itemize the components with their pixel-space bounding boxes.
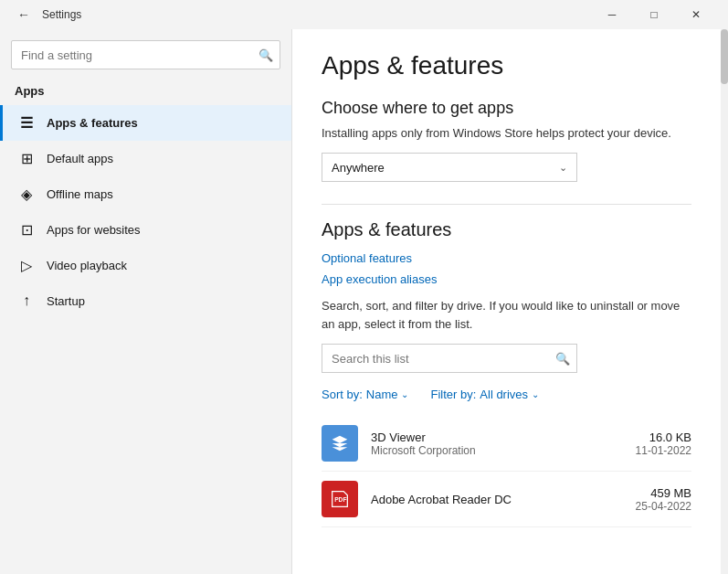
offline-maps-icon: ◈ <box>17 186 36 203</box>
sidebar-section-label: Apps <box>0 80 291 105</box>
acrobat-icon: PDF <box>331 490 349 508</box>
apps-features-icon: ☰ <box>17 114 36 132</box>
titlebar: ← Settings ─ □ ✕ <box>0 0 728 29</box>
app-icon-3d-viewer <box>322 425 358 462</box>
back-button[interactable]: ← <box>11 2 37 27</box>
sidebar-item-apps-websites[interactable]: ⊡ Apps for websites <box>0 212 291 248</box>
apps-features-heading: Apps & features <box>322 219 691 240</box>
section-divider <box>322 204 691 205</box>
sidebar-item-label: Startup <box>47 294 85 308</box>
sidebar-item-startup[interactable]: ↑ Startup <box>0 283 291 318</box>
apps-source-dropdown[interactable]: Anywhere ⌄ <box>322 153 577 182</box>
sidebar-search-container: 🔍 <box>11 40 280 69</box>
sidebar-item-video-playback[interactable]: ▷ Video playback <box>0 248 291 283</box>
maximize-button[interactable]: □ <box>633 0 675 29</box>
choose-apps-heading: Choose where to get apps <box>322 99 691 118</box>
choose-apps-description: Installing apps only from Windows Store … <box>322 125 691 142</box>
page-title: Apps & features <box>322 51 691 80</box>
sidebar-search-input[interactable] <box>11 40 280 69</box>
app-date-3d-viewer: 11-01-2022 <box>636 444 691 457</box>
content-area: Apps & features Choose where to get apps… <box>292 29 721 574</box>
minimize-button[interactable]: ─ <box>591 0 633 29</box>
sidebar-item-label: Default apps <box>47 152 113 165</box>
search-list-container: 🔍 <box>322 344 577 373</box>
sidebar-item-label: Apps for websites <box>47 223 141 237</box>
filter-by-control[interactable]: Filter by: All drives ⌄ <box>430 388 539 401</box>
window-controls: ─ □ ✕ <box>591 0 717 29</box>
sidebar-item-offline-maps[interactable]: ◈ Offline maps <box>0 176 291 212</box>
search-list-icon: 🔍 <box>555 352 570 366</box>
search-list-input[interactable] <box>322 344 577 373</box>
app-name-3d-viewer: 3D Viewer <box>371 430 623 444</box>
svg-text:PDF: PDF <box>334 497 346 504</box>
sort-by-control[interactable]: Sort by: Name ⌄ <box>322 388 408 401</box>
sidebar-item-label: Offline maps <box>47 187 113 201</box>
app-name-acrobat: Adobe Acrobat Reader DC <box>371 493 623 506</box>
close-button[interactable]: ✕ <box>675 0 717 29</box>
apps-list: 3D Viewer Microsoft Corporation 16.0 KB … <box>322 416 691 527</box>
sidebar: 🔍 Apps ☰ Apps & features ⊞ Default apps … <box>0 29 292 574</box>
apps-list-description: Search, sort, and filter by drive. If yo… <box>322 297 691 333</box>
dropdown-value: Anywhere <box>332 161 385 175</box>
sidebar-item-label: Video playback <box>47 259 127 272</box>
filter-label: Filter by: <box>430 388 476 401</box>
sort-chevron-icon: ⌄ <box>401 389 408 399</box>
app-info-acrobat: Adobe Acrobat Reader DC <box>371 493 623 506</box>
app-company-3d-viewer: Microsoft Corporation <box>371 444 623 457</box>
sort-value: Name <box>366 388 398 401</box>
app-item-adobe-acrobat[interactable]: PDF Adobe Acrobat Reader DC 459 MB 25-04… <box>322 472 691 527</box>
app-layout: 🔍 Apps ☰ Apps & features ⊞ Default apps … <box>0 29 728 574</box>
titlebar-title: Settings <box>42 8 81 21</box>
scrollbar-thumb[interactable] <box>721 29 728 84</box>
filter-chevron-icon: ⌄ <box>532 389 539 399</box>
optional-features-link[interactable]: Optional features <box>322 251 691 265</box>
app-meta-3d-viewer: 16.0 KB 11-01-2022 <box>636 430 691 457</box>
chevron-down-icon: ⌄ <box>559 162 567 174</box>
app-size-acrobat: 459 MB <box>636 486 691 500</box>
app-date-acrobat: 25-04-2022 <box>636 500 691 513</box>
default-apps-icon: ⊞ <box>17 150 36 167</box>
scrollbar-track[interactable] <box>721 29 728 574</box>
startup-icon: ↑ <box>17 292 36 309</box>
app-meta-acrobat: 459 MB 25-04-2022 <box>636 486 691 513</box>
sidebar-item-default-apps[interactable]: ⊞ Default apps <box>0 141 291 176</box>
sort-filter-bar: Sort by: Name ⌄ Filter by: All drives ⌄ <box>322 388 691 401</box>
video-playback-icon: ▷ <box>17 257 36 274</box>
app-size-3d-viewer: 16.0 KB <box>636 430 691 444</box>
3d-viewer-icon <box>331 434 349 452</box>
app-info-3d-viewer: 3D Viewer Microsoft Corporation <box>371 430 623 457</box>
app-icon-acrobat: PDF <box>322 481 358 517</box>
apps-websites-icon: ⊡ <box>17 221 36 239</box>
search-icon: 🔍 <box>258 48 273 62</box>
filter-value: All drives <box>480 388 528 401</box>
app-item-3d-viewer[interactable]: 3D Viewer Microsoft Corporation 16.0 KB … <box>322 416 691 472</box>
sidebar-item-label: Apps & features <box>47 116 138 130</box>
sort-label: Sort by: <box>322 388 363 401</box>
app-execution-aliases-link[interactable]: App execution aliases <box>322 272 691 286</box>
sidebar-item-apps-features[interactable]: ☰ Apps & features <box>0 105 291 141</box>
